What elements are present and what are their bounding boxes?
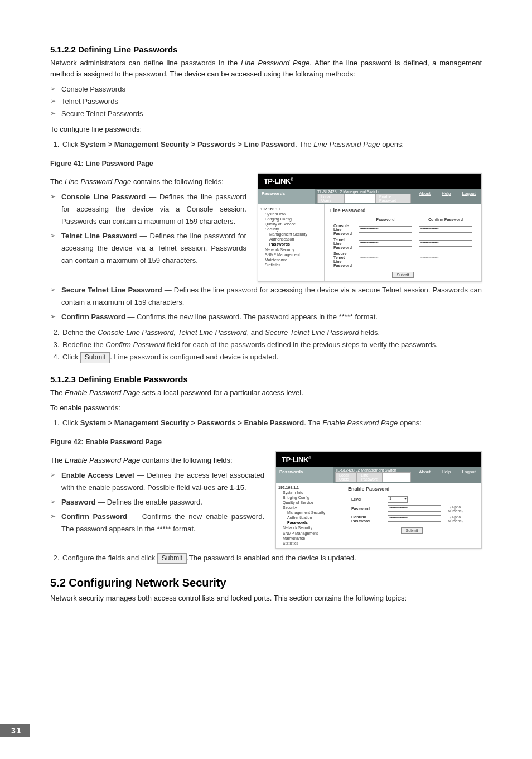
thumb42-tree-passwords[interactable]: Passwords — [278, 520, 340, 525]
thumb41-logout-link[interactable]: Logout — [462, 191, 476, 202]
field-pw-desc: — Defines the enable password. — [95, 498, 202, 506]
thumb42-tree-mgmt[interactable]: Management Security — [278, 510, 340, 515]
field-confirm-enable: Confirm Password — Confirms the new enab… — [50, 511, 264, 535]
field-level: Enable Access Level — Defines the access… — [50, 469, 264, 494]
thumb41-secure-pw[interactable]: •••••••••••••••••••• — [359, 256, 412, 262]
line-fields-full: Secure Telnet Line Password — Defines th… — [50, 284, 482, 323]
field-confirm-enable-label: Confirm Password — [61, 512, 127, 521]
field-telnet-label: Telnet Line Password — [61, 232, 137, 240]
thumb41-help-link[interactable]: Help — [442, 191, 451, 202]
intro-5-2: Network security manages both access con… — [50, 593, 482, 604]
page-number: 31 — [0, 724, 30, 737]
thumb41-tree-security[interactable]: Security — [260, 227, 322, 232]
thumb41-col-pw: Password — [355, 217, 415, 223]
thumb41-col-confirm: Confirm Password — [415, 217, 476, 223]
thumb42-tab-enable[interactable]: Enable Password — [383, 472, 411, 482]
field-level-label: Enable Access Level — [61, 471, 134, 479]
enable-step1-post: . The Enable Password Page opens: — [304, 419, 422, 427]
enable-step1-path: System > Management Security > Passwords… — [80, 419, 304, 427]
line-fields-left: Console Line Password — Defines the line… — [50, 191, 246, 267]
thumb42-tree-security[interactable]: Security — [278, 505, 340, 510]
thumb42-row-pw: Password — [348, 504, 384, 514]
thumb41-form: Password Confirm Password Console Line P… — [330, 217, 476, 268]
thumb41-about-link[interactable]: About — [419, 191, 431, 202]
field-confirm-line-label: Confirm Password — [61, 313, 125, 321]
thumb42-row-level: Level — [348, 495, 384, 504]
thumb41-telnet-confirm[interactable]: •••••••••••••••••••• — [419, 240, 472, 247]
thumb41-tree-auth[interactable]: Authentication — [260, 237, 322, 242]
thumb42-tree-maint[interactable]: Maintenance — [278, 536, 340, 541]
enable-step-2: Configure the fields and click Submit.Th… — [61, 552, 482, 564]
thumb42-tree-bridging[interactable]: Bridging Config — [278, 495, 340, 500]
thumb41-console-confirm[interactable]: •••••••••••••••••••• — [419, 226, 472, 233]
field-console: Console Line Password — Defines the line… — [50, 191, 246, 228]
thumb41-tab-enable[interactable]: Enable Password — [375, 194, 411, 203]
thumb42-row-confirm: Confirm Password — [348, 514, 384, 524]
thumb42-tree-auth[interactable]: Authentication — [278, 515, 340, 520]
thumb42-tree-net[interactable]: Network Security — [278, 525, 340, 530]
thumb42-tree-root[interactable]: 192.168.1.1 — [278, 485, 340, 490]
field-secure: Secure Telnet Line Password — Defines th… — [50, 284, 482, 309]
thumb41-console-pw[interactable]: •••••••••••••••••••• — [359, 226, 412, 233]
thumb41-tree-passwords[interactable]: Passwords — [260, 242, 322, 247]
thumb41-brand: TP-LINK® — [258, 174, 481, 189]
to-enable: To enable passwords: — [50, 402, 482, 414]
thumb41-tree-maint[interactable]: Maintenance — [260, 257, 322, 262]
thumb42-level-select[interactable]: 1 — [388, 496, 408, 503]
thumb42-tree-snmp[interactable]: SNMP Management — [278, 531, 340, 536]
thumb41-nav-tree[interactable]: 192.168.1.1 System Info Bridging Config … — [258, 204, 325, 281]
intro-5-1-2-3: The Enable Password Page sets a local pa… — [50, 387, 482, 398]
line-step-4: Click Submit. Line password is configure… — [61, 351, 482, 363]
thumb41-row-secure: Secure Telnet Line Password — [330, 251, 355, 268]
figure-42-caption: Figure 42: Enable Password Page — [50, 438, 482, 446]
thumb41-tab-local[interactable]: Local Users — [317, 194, 344, 203]
thumb41-submit[interactable]: Submit — [392, 272, 414, 278]
thumb41-tree-bridging[interactable]: Bridging Config — [260, 217, 322, 222]
submit-button-inline-1[interactable]: Submit — [80, 352, 110, 363]
thumb41-tree-system[interactable]: System Info — [260, 212, 322, 217]
field-password: Password — Defines the enable password. — [50, 496, 264, 508]
thumb42-tree-qos[interactable]: Quality of Service — [278, 500, 340, 505]
thumb42-tree-system[interactable]: System Info — [278, 490, 340, 495]
thumb42-help-link[interactable]: Help — [442, 469, 451, 481]
thumb41-row-console: Console Line Password — [330, 223, 355, 237]
enable-step1-pre: Click — [62, 419, 80, 427]
method-console: Console Passwords — [50, 83, 482, 95]
field-telnet: Telnet Line Password — Defines the line … — [50, 230, 246, 267]
enable-steps-1: Click System > Management Security > Pas… — [50, 417, 482, 429]
enable-step2-pre: Configure the fields and click — [62, 554, 157, 562]
enable-contains: The Enable Password Page contains the fo… — [50, 455, 264, 466]
thumb41-tab-line[interactable]: Line Password — [344, 194, 375, 203]
submit-button-inline-2[interactable]: Submit — [157, 553, 187, 564]
enable-fields: Enable Access Level — Defines the access… — [50, 469, 264, 535]
thumb42-submit[interactable]: Submit — [401, 527, 423, 534]
enable-step-1: Click System > Management Security > Pas… — [61, 417, 482, 429]
thumb41-tree-stats[interactable]: Statistics — [260, 262, 322, 267]
line-step-2: Define the Console Line Password, Telnet… — [61, 326, 482, 339]
figure-41-thumbnail: TP-LINK® Passwords TL-SL2428 L2 Manageme… — [258, 173, 482, 282]
thumb42-banner: TL-SL2428 L2 Management Switch — [335, 468, 411, 472]
thumb41-tree-mgmt[interactable]: Management Security — [260, 232, 322, 237]
thumb41-telnet-pw[interactable]: •••••••••••••••••••• — [359, 240, 412, 247]
thumb41-tree-snmp[interactable]: SNMP Management — [260, 252, 322, 257]
thumb41-row-telnet: Telnet Line Password — [330, 237, 355, 251]
thumb42-about-link[interactable]: About — [419, 469, 431, 481]
thumb41-tree-net[interactable]: Network Security — [260, 247, 322, 252]
thumb42-tab-local[interactable]: Local Users — [335, 472, 357, 482]
field-pw-label: Password — [61, 498, 95, 506]
thumb41-secure-confirm[interactable]: •••••••••••••••••••• — [419, 256, 472, 262]
enable-steps-2: Configure the fields and click Submit.Th… — [50, 552, 482, 564]
line-step1-post: . The Line Password Page opens: — [295, 140, 404, 148]
thumb42-nav-tree[interactable]: 192.168.1.1 System Info Bridging Config … — [276, 483, 342, 548]
thumb42-logout-link[interactable]: Logout — [462, 469, 476, 481]
thumb41-tree-qos[interactable]: Quality of Service — [260, 222, 322, 227]
thumb42-confirm-input[interactable]: •••••••••••••••••••• — [388, 515, 441, 522]
heading-5-2: 5.2 Configuring Network Security — [50, 577, 482, 589]
thumb42-tree-stats[interactable]: Statistics — [278, 541, 340, 546]
thumb41-tree-root[interactable]: 192.168.1.1 — [260, 206, 322, 212]
intro-5-1-2-2: Network administrators can define line p… — [50, 57, 482, 80]
line-step-3: Redefine the Confirm Password field for … — [61, 339, 482, 351]
thumb42-pw-input[interactable]: •••••••••••••••••••• — [388, 505, 441, 512]
thumb42-tab-line[interactable]: Line Password — [357, 472, 382, 482]
thumb41-panel-title: Passwords — [258, 189, 315, 204]
